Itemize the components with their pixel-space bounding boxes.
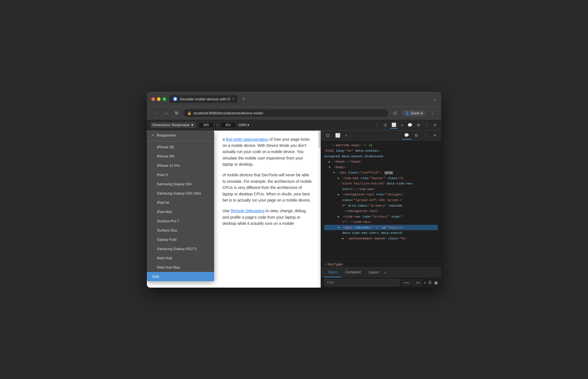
scrollbar-thumb[interactable] (318, 131, 321, 148)
minimize-window-button[interactable] (157, 97, 161, 101)
doctype-line[interactable]: <!doctype> (321, 261, 441, 267)
layout-tab[interactable]: Layout (365, 268, 383, 277)
dom-line-side-nav[interactable]: ▶ <side-nav type="project" view=" (324, 214, 438, 219)
devtools-menu-icon[interactable]: ⋮ (424, 122, 430, 128)
dom-line-nav-rail[interactable]: ▶ <navigation-rail role="navigati (324, 192, 438, 197)
add-style-button[interactable]: + (424, 280, 426, 285)
close-window-button[interactable] (151, 97, 155, 101)
toolbar-more-button[interactable]: ⋮ (374, 122, 380, 128)
dom-line-head[interactable]: ▶ <head>…</head> (324, 159, 438, 165)
dom-tree: ··· <!DOCTYPE html> == $0 <html lang="en… (321, 140, 441, 261)
filter-input[interactable] (324, 279, 400, 286)
address-input[interactable]: 🔒 localhost:8080/docs/devtools/device-mo… (183, 109, 388, 117)
dom-line-nav-rail-close: …</navigation-rail> (324, 208, 438, 214)
forward-button[interactable]: → (162, 109, 170, 117)
devtools-tab-more[interactable]: » (343, 131, 349, 140)
computed-tab-label: Computed (345, 270, 361, 274)
settings-icon[interactable]: ⚙ (416, 122, 422, 128)
maximize-window-button[interactable] (163, 97, 166, 101)
svg-point-0 (174, 98, 176, 100)
dropdown-item-surface-pro[interactable]: Surface Pro 7 (147, 216, 214, 226)
tab-close-button[interactable]: × (232, 97, 234, 101)
profile-chevron: ▾ (421, 111, 423, 115)
chat-icon[interactable]: 💬 (406, 122, 413, 128)
address-text: localhost:8080/docs/devtools/device-mode… (194, 111, 263, 115)
dropdown-label: Galaxy Fold (157, 237, 176, 242)
dom-line-scaffold[interactable]: ▼ <div class="scaffold"> grid (324, 170, 438, 175)
dropdown-item-samsung-s8[interactable]: Samsung Galaxy S8+ (147, 179, 214, 189)
element-state-toggle[interactable]: ▣ (434, 280, 438, 285)
computed-tab[interactable]: Computed (341, 268, 365, 277)
cast-button[interactable]: ⊡ (391, 109, 399, 117)
dropdown-item-ipad-mini[interactable]: iPad Mini (147, 207, 214, 216)
height-input[interactable] (221, 122, 236, 128)
devtools-more-ctrl-button[interactable]: ⋮ (422, 131, 430, 139)
dom-line-doctype[interactable]: ··· <!DOCTYPE html> == $0 (324, 143, 438, 148)
tab-favicon-icon (173, 97, 177, 101)
width-input[interactable] (198, 122, 214, 128)
styles-tab[interactable]: Styles (324, 268, 341, 277)
close-devtools-button[interactable]: ✕ (432, 122, 438, 128)
dropdown-item-pixel-5[interactable]: Pixel 5 (147, 170, 214, 179)
dropdown-item-nest-hub-max[interactable]: Nest Hub Max (147, 263, 214, 272)
dropdown-item-iphone-12-pro[interactable]: iPhone 12 Pro (147, 161, 214, 170)
dom-line-top-nav[interactable]: ▶ <top-nav role="banner" class="d (324, 175, 438, 181)
tab-bar: Simulate mobile devices with D × + (170, 95, 430, 103)
dropdown-item-nest-hub[interactable]: Nest Hub (147, 253, 214, 263)
dom-line-announcement[interactable]: ▶ <announcement-banner class="ha (324, 236, 438, 241)
device-tab[interactable]: ⬜ (332, 131, 343, 140)
back-button[interactable]: ← (151, 109, 159, 117)
tab-menu-button[interactable]: ⌄ (433, 96, 437, 102)
inspector-icon[interactable]: ⊡ (383, 122, 388, 128)
dropdown-item-samsung-s20[interactable]: Samsung Galaxy S20 Ultra (147, 189, 214, 198)
lock-icon: 🔒 (187, 111, 191, 115)
scrollbar-track[interactable] (318, 131, 321, 288)
refresh-button[interactable]: ↻ (173, 109, 180, 117)
inspector-tab[interactable]: ⊡ (323, 131, 332, 140)
main-content: Responsive iPhone SE iPhone XR iPhone 12… (147, 131, 441, 288)
page-panel: Responsive iPhone SE iPhone XR iPhone 12… (147, 131, 321, 288)
dimensions-dropdown[interactable]: Dimensions: Responsive ▼ (150, 122, 196, 128)
dropdown-item-iphone-se[interactable]: iPhone SE (147, 142, 214, 152)
console-tab-active[interactable]: 💬 (402, 131, 411, 140)
dropdown-label: Nest Hub (157, 256, 172, 260)
dom-line-main-cont: data-side-nav-inert data-search (324, 230, 438, 236)
computed-style-toggle[interactable]: ☰ (428, 280, 432, 285)
zoom-label: 100% (238, 123, 247, 127)
class-filter-button[interactable]: .cls (413, 280, 422, 285)
hover-filter-button[interactable]: :hov (402, 280, 411, 285)
active-tab[interactable]: Simulate mobile devices with D × (170, 95, 238, 103)
dropdown-label: Responsive (157, 133, 176, 137)
dropdown-item-ipad-air[interactable]: iPad Air (147, 198, 214, 207)
profile-button[interactable]: 👤 Guest ▾ (402, 110, 425, 116)
dropdown-item-edit[interactable]: Edit... (147, 272, 214, 281)
dropdown-label: Samsung Galaxy S8+ (157, 182, 192, 186)
dropdown-label: Samsung Galaxy S20 Ultra (157, 191, 201, 195)
dropdown-item-responsive[interactable]: Responsive (147, 131, 214, 140)
devtools-more-icon[interactable]: » (400, 122, 404, 128)
dom-line-html-cont: accepted data-banner-dismissed> (324, 154, 438, 159)
dropdown-item-iphone-xr[interactable]: iPhone XR (147, 152, 214, 161)
dropdown-item-samsung-a51[interactable]: Samsung Galaxy A51/71 (147, 244, 214, 253)
dom-line-main[interactable]: ▼ <main tabindex="-1" id="main-co (324, 225, 438, 230)
dropdown-item-surface-duo[interactable]: Surface Duo (147, 226, 214, 235)
device-dropdown: Responsive iPhone SE iPhone XR iPhone 12… (147, 131, 214, 281)
zoom-select[interactable]: 100% ▾ (238, 123, 249, 127)
close-devtools-ctrl-button[interactable]: ✕ (431, 131, 439, 139)
dom-line-side-nav-close: t">…</side-nav> (324, 219, 438, 225)
dropdown-item-galaxy-fold[interactable]: Galaxy Fold (147, 235, 214, 244)
dom-line-body[interactable]: ▼ <body> (324, 165, 438, 170)
browser-window: Simulate mobile devices with D × + ⌄ ← →… (147, 92, 441, 288)
layout-tab-label: Layout (369, 270, 379, 274)
dom-line-html[interactable]: <html lang="en" data-cookies- (324, 148, 438, 154)
filter-bar: :hov .cls + ☰ ▣ (321, 277, 441, 288)
dropdown-label: Nest Hub Max (157, 265, 180, 269)
dropdown-label: Samsung Galaxy A51/71 (157, 247, 197, 251)
new-tab-button[interactable]: + (240, 95, 247, 103)
bottom-tab-more[interactable]: » (383, 268, 388, 277)
traffic-lights (151, 97, 166, 101)
device-mode-icon[interactable]: ⬜ (390, 121, 397, 129)
settings-ctrl-button[interactable]: ⚙ (412, 131, 420, 139)
browser-menu-button[interactable]: ⋮ (428, 109, 437, 117)
devtools-panel: ⊡ ⬜ » 💬 ⚙ ⋮ ✕ ··· <!DOCTYPE html> == $0 (321, 131, 441, 288)
